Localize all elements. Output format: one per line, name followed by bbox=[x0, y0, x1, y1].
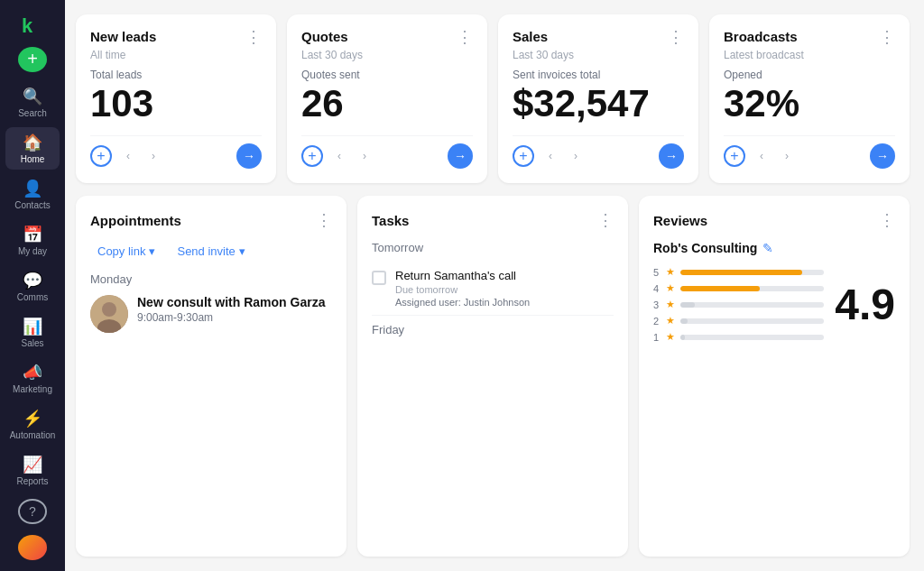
new-leads-subtitle: All time bbox=[90, 49, 262, 61]
broadcasts-goto[interactable]: → bbox=[870, 143, 895, 169]
svg-text:k: k bbox=[22, 14, 33, 37]
tasks-menu[interactable]: ⋮ bbox=[597, 210, 614, 230]
review-bar-track bbox=[680, 318, 824, 324]
new-leads-next[interactable]: › bbox=[144, 147, 162, 165]
new-leads-prev[interactable]: ‹ bbox=[119, 147, 137, 165]
quotes-next[interactable]: › bbox=[356, 147, 374, 165]
help-button[interactable]: ? bbox=[18, 499, 47, 525]
copy-link-label: Copy link bbox=[97, 244, 145, 258]
quotes-title: Quotes bbox=[301, 29, 348, 44]
tasks-friday-label: Friday bbox=[372, 323, 614, 336]
quotes-subtitle: Last 30 days bbox=[301, 49, 473, 61]
appointment-item[interactable]: New consult with Ramon Garza 9:00am-9:30… bbox=[90, 295, 332, 333]
quotes-menu[interactable]: ⋮ bbox=[457, 29, 473, 45]
broadcasts-add[interactable]: + bbox=[724, 145, 745, 167]
appointment-time: 9:00am-9:30am bbox=[137, 311, 332, 324]
new-leads-title: New leads bbox=[90, 29, 156, 44]
sales-add[interactable]: + bbox=[513, 145, 534, 167]
task-due: Due tomorrow bbox=[395, 284, 614, 295]
sidebar-item-automation[interactable]: ⚡ Automation bbox=[5, 403, 60, 446]
review-bar-1: 1 ★ bbox=[653, 331, 824, 343]
sidebar-item-home[interactable]: 🏠 Home bbox=[5, 127, 60, 170]
review-bar-fill bbox=[680, 286, 760, 291]
broadcasts-prev[interactable]: ‹ bbox=[753, 147, 771, 165]
copy-link-button[interactable]: Copy link ▾ bbox=[90, 241, 162, 262]
quotes-label: Quotes sent bbox=[301, 69, 473, 81]
marketing-icon: 📣 bbox=[23, 363, 42, 382]
new-leads-add[interactable]: + bbox=[90, 145, 112, 167]
broadcasts-menu[interactable]: ⋮ bbox=[879, 29, 895, 45]
reviews-business-name: Rob's Consulting bbox=[653, 241, 757, 255]
calendar-icon: 📅 bbox=[23, 225, 42, 244]
sidebar: k + 🔍 Search 🏠 Home 👤 Contacts 📅 My day … bbox=[0, 0, 65, 571]
sidebar-item-search[interactable]: 🔍 Search bbox=[5, 81, 60, 124]
sidebar-item-label: Comms bbox=[17, 292, 48, 302]
broadcasts-value: 32% bbox=[724, 83, 895, 124]
tasks-title: Tasks bbox=[372, 213, 409, 228]
sales-prev[interactable]: ‹ bbox=[541, 147, 559, 165]
star-icon: ★ bbox=[666, 282, 675, 294]
copy-link-chevron: ▾ bbox=[149, 244, 155, 258]
reviews-title: Reviews bbox=[653, 213, 707, 228]
sidebar-item-sales[interactable]: 📊 Sales bbox=[5, 311, 60, 354]
appointments-menu[interactable]: ⋮ bbox=[316, 210, 332, 230]
review-bar-label: 3 bbox=[653, 299, 661, 310]
sales-next[interactable]: › bbox=[567, 147, 585, 165]
sidebar-item-label: Search bbox=[18, 108, 47, 118]
star-icon: ★ bbox=[666, 299, 675, 310]
quotes-add[interactable]: + bbox=[301, 145, 323, 167]
review-bar-label: 5 bbox=[653, 267, 661, 278]
sidebar-item-myday[interactable]: 📅 My day bbox=[5, 219, 60, 262]
review-bar-5: 5 ★ bbox=[653, 266, 824, 278]
sales-goto[interactable]: → bbox=[659, 143, 684, 169]
review-bar-fill bbox=[680, 318, 688, 324]
new-leads-menu[interactable]: ⋮ bbox=[245, 29, 262, 45]
send-invite-button[interactable]: Send invite ▾ bbox=[170, 241, 252, 262]
sidebar-item-contacts[interactable]: 👤 Contacts bbox=[5, 173, 60, 216]
appointments-day: Monday bbox=[90, 272, 332, 286]
sidebar-item-label: Reports bbox=[16, 476, 48, 486]
contacts-icon: 👤 bbox=[23, 179, 42, 198]
review-bar-track bbox=[680, 286, 824, 291]
add-button[interactable]: + bbox=[18, 47, 47, 72]
quotes-prev[interactable]: ‹ bbox=[330, 147, 348, 165]
review-bar-4: 4 ★ bbox=[653, 282, 824, 294]
sales-icon: 📊 bbox=[23, 317, 42, 336]
review-bar-label: 2 bbox=[653, 316, 661, 327]
sales-menu[interactable]: ⋮ bbox=[668, 29, 684, 45]
user-avatar[interactable] bbox=[18, 535, 47, 560]
appointment-name: New consult with Ramon Garza bbox=[137, 295, 332, 309]
reviews-menu[interactable]: ⋮ bbox=[879, 210, 895, 230]
broadcasts-card: Broadcasts ⋮ Latest broadcast Opened 32%… bbox=[709, 14, 910, 183]
review-bar-fill bbox=[680, 335, 685, 340]
new-leads-label: Total leads bbox=[90, 69, 262, 81]
new-leads-goto[interactable]: → bbox=[236, 143, 262, 169]
sidebar-item-reports[interactable]: 📈 Reports bbox=[5, 449, 60, 492]
sidebar-item-comms[interactable]: 💬 Comms bbox=[5, 265, 60, 308]
sidebar-item-label: Contacts bbox=[14, 200, 50, 210]
sidebar-item-marketing[interactable]: 📣 Marketing bbox=[5, 357, 60, 400]
review-bar-fill bbox=[680, 302, 695, 308]
appointments-title: Appointments bbox=[90, 213, 181, 228]
sales-label: Sent invoices total bbox=[513, 69, 684, 81]
new-leads-card: New leads ⋮ All time Total leads 103 + ‹… bbox=[76, 14, 276, 183]
sales-title: Sales bbox=[513, 29, 548, 44]
automation-icon: ⚡ bbox=[23, 409, 42, 428]
task-assigned: Assigned user: Justin Johnson bbox=[395, 297, 614, 308]
sidebar-item-label: My day bbox=[18, 246, 47, 256]
review-bar-fill bbox=[680, 270, 802, 275]
sales-subtitle: Last 30 days bbox=[513, 49, 684, 61]
edit-icon[interactable]: ✎ bbox=[762, 241, 773, 255]
sidebar-item-label: Sales bbox=[21, 338, 43, 348]
task-checkbox[interactable] bbox=[372, 271, 386, 285]
review-bar-track bbox=[680, 302, 824, 308]
reviews-score: 4.9 bbox=[835, 280, 895, 329]
sales-value: $32,547 bbox=[513, 83, 684, 124]
comms-icon: 💬 bbox=[23, 271, 42, 290]
stats-row: New leads ⋮ All time Total leads 103 + ‹… bbox=[76, 14, 910, 183]
star-icon: ★ bbox=[666, 266, 675, 278]
broadcasts-title: Broadcasts bbox=[724, 29, 798, 44]
broadcasts-next[interactable]: › bbox=[778, 147, 796, 165]
quotes-goto[interactable]: → bbox=[448, 143, 473, 169]
appointments-panel: Appointments ⋮ Copy link ▾ Send invite ▾… bbox=[76, 196, 346, 557]
